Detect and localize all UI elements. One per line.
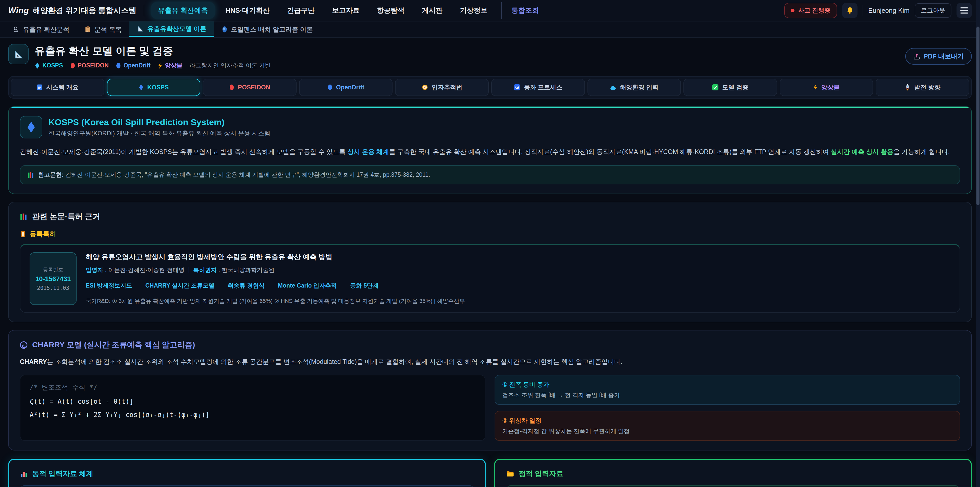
nav-item-oil-spill-prediction[interactable]: 유출유 확산예측 — [151, 2, 215, 19]
system-title: 해양환경 위기대응 통합시스템 — [33, 5, 137, 16]
amplitude-note-body: 검조소 조위 진폭 f배 → 전 격자 동일 f배 증가 — [502, 391, 953, 399]
inventors-label: 발명자 — [86, 267, 103, 273]
pdf-export-label: PDF 내보내기 — [924, 52, 964, 61]
nav-item-board[interactable]: 게시판 — [415, 2, 449, 19]
chip-ensemble[interactable]: 앙상블 — [780, 79, 873, 96]
nav-item-rescue[interactable]: 긴급구난 — [280, 2, 321, 19]
microscope-icon — [13, 26, 19, 33]
pdf-export-button[interactable]: PDF 내보내기 — [905, 48, 972, 65]
bar-chart-icon — [21, 470, 27, 477]
patent-tag[interactable]: CHARRY 실시간 조류모델 — [145, 282, 215, 290]
opendrift-badge: OpenDrift — [116, 62, 151, 69]
check-icon — [712, 84, 719, 91]
user-name: Eunjeong Kim — [868, 6, 910, 14]
scrollbar-thumb[interactable] — [977, 27, 980, 205]
kosps-icon-box — [20, 116, 42, 139]
chip-particle-tracking[interactable]: 입자추적법 — [395, 79, 489, 96]
static-inputs-title: 정적 입력자료 — [519, 469, 563, 479]
reference-box: 참고문헌: 김혜진·이문진·오세웅·강준묵, "유출유 확산 예측 모델의 상시… — [20, 165, 960, 184]
static-item-depth-coastline[interactable]: 수심·해안선 전자해도(ENC) → 500m 격자 보간 — [506, 485, 959, 487]
nav-item-hns[interactable]: HNS·대기확산 — [219, 2, 277, 19]
incident-status-badge[interactable]: 사고 진행중 — [784, 3, 837, 18]
diamond-icon — [27, 121, 36, 133]
amplitude-note: ① 진폭 등비 증가 검조소 조위 진폭 f배 → 전 격자 동일 f배 증가 — [495, 375, 960, 405]
circle-red-icon — [70, 62, 75, 69]
diamond-icon — [35, 62, 40, 69]
charry-notes: ① 진폭 등비 증가 검조소 조위 진폭 f배 → 전 격자 동일 f배 증가 … — [495, 375, 960, 441]
charry-section: CHARRY 모델 (실시간 조류예측 핵심 알고리즘) CHARRY는 조화분… — [8, 330, 972, 450]
patent-tag[interactable]: ESI 방제정보지도 — [86, 282, 132, 290]
wave-icon — [610, 84, 617, 90]
reg-number-label: 등록번호 — [43, 266, 63, 273]
tab-oil-boom-theory[interactable]: 오일펜스 배치 알고리즘 이론 — [214, 21, 321, 37]
formula-zeta: ζ(t) = A(t) cos[σt - θ(t)] — [30, 398, 476, 405]
badge-note: 라그랑지안 입자추적 이론 기반 — [189, 62, 271, 69]
poseidon-badge: POSEIDON — [70, 62, 109, 69]
dynamic-input-rows: 바람·기온 KMA UM · ~12km · 2회/일 해류(표층) HYCOM… — [21, 485, 474, 487]
phase-note-body: 기준점-격자점 간 위상차는 진폭에 무관하게 일정 — [502, 427, 953, 435]
dynamic-inputs-card: 동적 입력자료 체계 바람·기온 KMA UM · ~12km · 2회/일 — [8, 459, 486, 487]
page-title: 유출유 확산 모델 이론 및 검증 — [35, 44, 271, 58]
tab-model-theory[interactable]: 유출유확산모델 이론 — [129, 21, 214, 37]
patent-reg-number-box: 등록번호 10-1567431 2015.11.03 — [30, 252, 76, 305]
upload-icon — [913, 53, 920, 60]
nav-item-integrated-search[interactable]: 통합조회 — [501, 2, 546, 19]
app-logo: Wing 해양환경 위기대응 통합시스템 — [8, 5, 137, 16]
chip-model-validation[interactable]: 모델 검증 — [683, 79, 777, 96]
model-badges: KOSPS POSEIDON OpenDrift 앙상블 라그랑지안 입자추적 … — [35, 62, 271, 69]
assignee-value: : 한국해양과학기술원 — [217, 267, 274, 273]
notification-button[interactable] — [842, 3, 858, 18]
nav-item-weather[interactable]: 기상정보 — [453, 2, 494, 19]
spiral-icon — [20, 341, 27, 349]
tab-spill-analysis[interactable]: 유출유 확산분석 — [5, 21, 77, 37]
chip-poseidon[interactable]: POSEIDON — [203, 79, 297, 96]
status-dot-icon — [791, 9, 794, 12]
nav-item-reports[interactable]: 보고자료 — [325, 2, 366, 19]
kosps-subtitle: 한국해양연구원(KORDI) 개발 · 한국 해역 특화 유출유 확산 예측 상… — [48, 129, 270, 137]
ensemble-badge: 앙상블 — [158, 62, 183, 69]
circle-blue-icon — [116, 62, 121, 69]
menu-button[interactable] — [956, 3, 972, 18]
static-inputs-header: 정적 입력자료 — [506, 469, 959, 479]
amplitude-note-title: ① 진폭 등비 증가 — [502, 380, 953, 389]
registered-patent-heading: 등록특허 — [20, 230, 960, 238]
chip-opendrift[interactable]: OpenDrift — [299, 79, 393, 96]
patent-tag[interactable]: 취송류 경험식 — [228, 282, 264, 290]
papers-title-row: 관련 논문·특허 근거 — [20, 211, 960, 222]
divider — [862, 5, 863, 16]
patent-card: 등록번호 10-1567431 2015.11.03 해양 유류오염사고 발생시… — [20, 244, 960, 313]
dynamic-inputs-title: 동적 입력자료 체계 — [32, 469, 94, 479]
nav-item-aerial-search[interactable]: 항공탐색 — [370, 2, 411, 19]
chip-marine-env-input[interactable]: 해양환경 입력 — [587, 79, 681, 96]
tab-analysis-list[interactable]: 분석 목록 — [77, 21, 129, 37]
page-header: 유출유 확산 모델 이론 및 검증 KOSPS POSEIDON OpenDri… — [8, 44, 972, 69]
patent-title: 해양 유류오염사고 발생시 효율적인 방제방안 수립을 위한 유출유 확산 예측… — [86, 252, 465, 262]
page-scrollbar[interactable] — [976, 0, 980, 487]
tab-label: 유출유확산모델 이론 — [147, 24, 207, 33]
kosps-header: KOSPS (Korea Oil Spill Prediction System… — [20, 116, 960, 139]
chip-future-direction[interactable]: 발전 방향 — [876, 79, 969, 96]
main-content: 유출유 확산 모델 이론 및 검증 KOSPS POSEIDON OpenDri… — [0, 44, 980, 487]
patent-tag[interactable]: 풍화 5단계 — [350, 282, 379, 290]
kosps-section: KOSPS (Korea Oil Spill Prediction System… — [8, 106, 972, 194]
chip-system-overview[interactable]: 시스템 개요 — [11, 79, 104, 96]
tab-label: 오일펜스 배치 알고리즘 이론 — [231, 25, 313, 34]
folder-icon — [506, 470, 514, 477]
chip-kosps[interactable]: KOSPS — [107, 79, 200, 96]
document-icon — [37, 84, 43, 91]
dynamic-row-wind[interactable]: 바람·기온 KMA UM · ~12km · 2회/일 — [21, 485, 474, 487]
phase-note-title: ② 위상차 일정 — [502, 417, 953, 425]
chip-weathering[interactable]: 풍화 프로세스 — [491, 79, 585, 96]
books-icon — [20, 213, 27, 220]
top-nav: Wing 해양환경 위기대응 통합시스템 유출유 확산예측 HNS·대기확산 긴… — [0, 0, 980, 21]
dynamic-inputs-header: 동적 입력자료 체계 — [21, 469, 474, 479]
brand-mark: Wing — [8, 6, 29, 15]
input-data-grid: 동적 입력자료 체계 바람·기온 KMA UM · ~12km · 2회/일 — [8, 459, 972, 487]
logout-button[interactable]: 로그아웃 — [915, 3, 951, 18]
scroll-icon — [20, 231, 26, 238]
kosps-description: 김혜진·이문진·오세웅·강준묵(2011)이 개발한 KOSPS는 유류오염사고… — [20, 146, 960, 158]
tab-label: 유출유 확산분석 — [23, 25, 69, 34]
reference-label: 참고문헌: — [38, 171, 64, 178]
patent-tag[interactable]: Monte Carlo 입자추적 — [278, 282, 337, 290]
static-inputs-card: 정적 입력자료 수심·해안선 전자해도(ENC) → 500m 격자 보간 — [494, 459, 972, 487]
